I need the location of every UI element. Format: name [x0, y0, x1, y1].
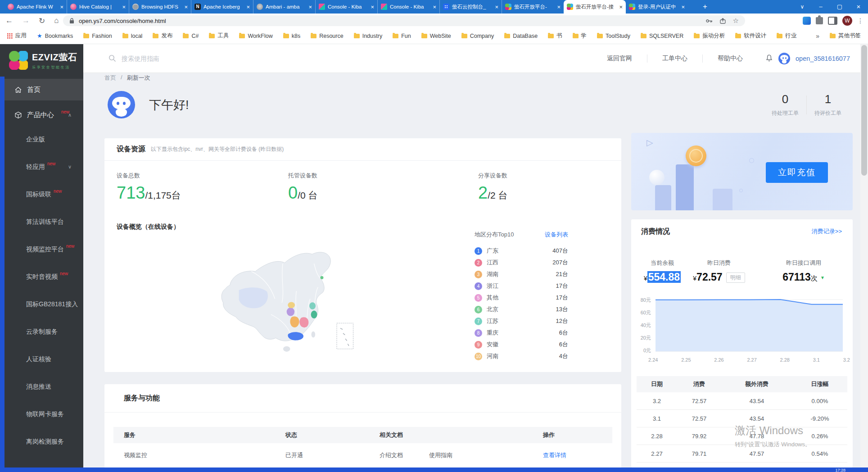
bookmark-folder[interactable]: Industry — [354, 33, 382, 39]
browser-tab[interactable]: Apache Flink W — [5, 0, 67, 14]
recharge-button[interactable]: 立即充值 — [766, 162, 828, 183]
nav-ticket-center[interactable]: 工单中心 — [647, 54, 702, 63]
browser-tab[interactable]: Ambari - amba — [253, 0, 315, 14]
sidebar-item-message-push[interactable]: 消息推送 — [0, 373, 83, 400]
sidebar-item-absence-detect[interactable]: 离岗检测服务 — [0, 428, 83, 455]
billing-records-link[interactable]: 消费记录>> — [812, 227, 842, 236]
tab-close-icon[interactable] — [371, 4, 374, 10]
sidebar-item-cloud-recording[interactable]: 云录制服务 — [0, 318, 83, 345]
extension-icon[interactable] — [803, 17, 811, 25]
bookmark-folder[interactable]: WebSite — [421, 33, 451, 39]
ezviz-logo[interactable]: EZVIZ萤石 乐享安全智能生活 — [0, 44, 83, 77]
sidebar-item-video-platform[interactable]: 视频监控平台new — [0, 236, 83, 263]
share-icon[interactable] — [720, 18, 726, 24]
browser-tab[interactable]: Console - Kiba — [377, 0, 439, 14]
sidebar-item-identity-verify[interactable]: 人证核验 — [0, 345, 83, 373]
tab-close-icon[interactable] — [433, 4, 436, 10]
view-details-link[interactable]: 查看详情 — [543, 451, 612, 459]
bookmark-folder[interactable]: SQLSERVER — [641, 33, 683, 39]
bookmark-folder[interactable]: DataBase — [504, 33, 538, 39]
menu-dots-icon[interactable] — [857, 17, 863, 24]
other-bookmarks-folder[interactable]: 其他书签 — [830, 32, 861, 40]
refresh-icon[interactable]: ↻ — [39, 16, 45, 26]
extensions-puzzle-icon[interactable] — [816, 17, 823, 24]
bookmark-folder[interactable]: Fun — [393, 33, 411, 39]
tab-close-icon[interactable] — [308, 4, 312, 10]
close-button[interactable] — [849, 0, 868, 14]
browser-tab[interactable]: 萤石云控制台_ — [439, 0, 502, 14]
user-avatar[interactable] — [778, 53, 790, 64]
browser-tab[interactable]: Console - Kiba — [315, 0, 377, 14]
browser-tab[interactable]: Hive Catalog | — [67, 0, 129, 14]
nav-help-center[interactable]: 帮助中心 — [702, 54, 758, 63]
tab-close-icon[interactable] — [122, 4, 126, 10]
tab-close-icon[interactable] — [184, 4, 188, 10]
maximize-button[interactable] — [830, 0, 849, 14]
window-menu-icon[interactable] — [793, 0, 811, 14]
page-scrollbar[interactable] — [860, 44, 868, 467]
bookmark-folder[interactable]: 工具 — [209, 32, 229, 40]
bookmark-folder[interactable]: 书 — [548, 32, 562, 40]
breadcrumb-home[interactable]: 首页 — [104, 74, 116, 82]
tab-close-icon[interactable] — [681, 4, 685, 10]
sidebar-item-enterprise[interactable]: 企业版 — [0, 126, 83, 153]
back-icon[interactable]: ← — [5, 16, 13, 25]
bookmark-folder[interactable]: WorkFlow — [239, 33, 272, 39]
bookmark-star-icon[interactable] — [733, 17, 739, 25]
sidebar-item-gb28181[interactable]: 国标GB28181接入 — [0, 290, 83, 318]
bookmark-folder[interactable]: C# — [183, 33, 199, 39]
bookmark-folder[interactable]: 振动分析 — [694, 32, 725, 40]
to-review-tickets[interactable]: 1 待评价工单 — [807, 92, 849, 117]
browser-tab[interactable]: 萤石开放平台- — [502, 0, 564, 14]
sidebar-item-product-center[interactable]: 产品中心new — [0, 104, 83, 126]
tab-close-icon[interactable] — [60, 4, 63, 10]
side-panel-icon[interactable] — [828, 17, 837, 25]
sidebar-item-home[interactable]: 首页 — [0, 79, 83, 100]
new-tab-button[interactable]: + — [699, 1, 711, 12]
sidebar-item-rtc[interactable]: 实时音视频new — [0, 263, 83, 290]
usage-guide-link[interactable]: 使用指南 — [429, 452, 452, 458]
bookmark-folder[interactable]: Fashion — [83, 33, 112, 39]
search-input[interactable] — [121, 54, 231, 63]
bell-icon[interactable] — [765, 54, 773, 63]
minimize-button[interactable] — [811, 0, 830, 14]
sidebar-item-light-app[interactable]: 轻应用new — [0, 153, 83, 181]
bookmark-folder[interactable]: ToolStudy — [597, 33, 630, 39]
username[interactable]: open_3581616077 — [796, 55, 850, 62]
browser-tab[interactable]: 登录-用户认证中 — [626, 0, 688, 14]
tab-close-icon[interactable] — [557, 4, 561, 10]
bookmark-folder[interactable]: 行业 — [777, 32, 796, 40]
browser-tab-active[interactable]: 萤石开放平台-接 — [564, 0, 626, 14]
tab-close-icon[interactable] — [495, 4, 498, 10]
bookmark-folder[interactable]: 发布 — [153, 32, 172, 40]
bookmark-folder[interactable]: k8s — [283, 33, 300, 39]
sidebar-item-iot-card[interactable]: 物联网卡服务 — [0, 400, 83, 428]
bookmarks-overflow-icon[interactable] — [816, 32, 819, 40]
yesterday-spend-stat: 昨日消费 ¥72.57明细 — [690, 259, 748, 283]
sidebar-item-algorithm-training[interactable]: 算法训练平台 — [0, 208, 83, 236]
intro-doc-link[interactable]: 介绍文档 — [380, 452, 403, 458]
bookmark-folder[interactable]: 软件设计 — [735, 32, 766, 40]
browser-tab[interactable]: Apache Iceberg — [191, 0, 253, 14]
scrollbar-thumb[interactable] — [861, 45, 867, 176]
forward-icon[interactable]: → — [22, 16, 30, 25]
nav-official-site[interactable]: 返回官网 — [592, 54, 647, 63]
detail-button[interactable]: 明细 — [726, 272, 745, 283]
device-list-link[interactable]: 设备列表 — [545, 231, 568, 239]
tab-close-icon[interactable] — [619, 4, 623, 10]
pending-tickets[interactable]: 0 待处理工单 — [764, 92, 806, 117]
browser-tab[interactable]: Browsing HDFS — [129, 0, 191, 14]
apps-shortcut[interactable]: 应用 — [7, 32, 27, 40]
tab-close-icon[interactable] — [246, 4, 250, 10]
bookmark-folder[interactable]: local — [122, 33, 143, 39]
bookmark-folder[interactable]: Resource — [311, 33, 344, 39]
sidebar-item-gb-cascade[interactable]: 国标级联new — [0, 181, 83, 208]
address-bar[interactable]: open.ys7.com/console/home.html — [63, 15, 745, 26]
profile-avatar[interactable]: W — [842, 16, 852, 26]
dropdown-triangle-icon[interactable] — [820, 275, 825, 280]
bookmark-folder[interactable]: 学 — [573, 32, 587, 40]
bookmark-folder[interactable]: Company — [461, 33, 494, 39]
bookmark-item[interactable]: Bookmarks — [37, 32, 73, 39]
key-icon[interactable] — [706, 19, 713, 23]
home-icon[interactable]: ⌂ — [54, 16, 59, 25]
